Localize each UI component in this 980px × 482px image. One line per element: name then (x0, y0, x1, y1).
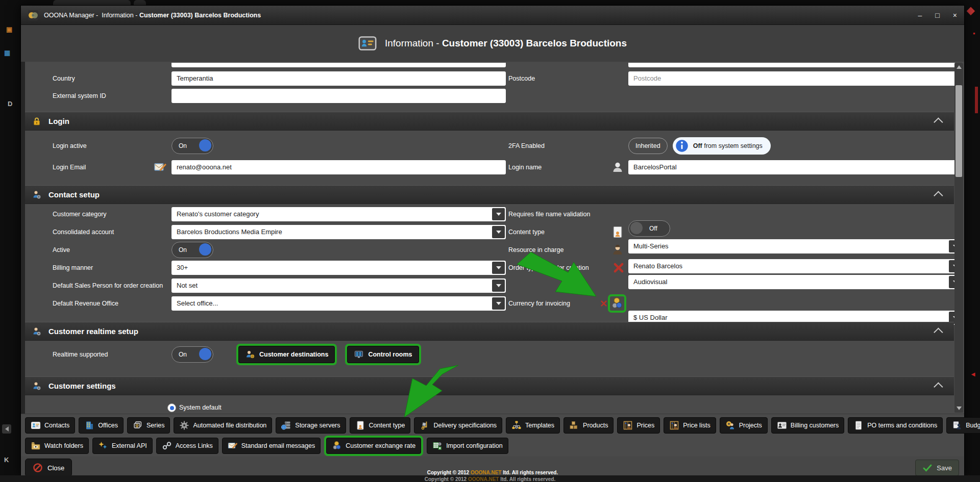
active-toggle[interactable]: On (172, 242, 213, 258)
tbtn-import-configuration[interactable]: Import configuration (427, 438, 508, 454)
highlight-box: Customer exchange rate (324, 436, 423, 456)
tbtn-projects[interactable]: Projects (720, 417, 768, 434)
tbtn-po-terms-and-conditions[interactable]: PO terms and conditions (848, 417, 943, 434)
login-active-toggle[interactable]: On (172, 138, 213, 154)
tbtn-budget[interactable]: Budget (946, 417, 980, 434)
tbtn-automated-file-distribution[interactable]: Automated file distribution (174, 417, 272, 434)
tbtn-content-type[interactable]: Content type (350, 417, 411, 434)
select-value: Select office... (177, 299, 218, 307)
form-row-active: Active On Resource in charge Renato Barc… (25, 241, 954, 259)
section-header-contact-setup[interactable]: Contact setup (25, 185, 954, 204)
email-icon (154, 161, 167, 174)
dropdown-arrow-icon[interactable] (492, 297, 505, 310)
tbtn-customer-exchange-rate[interactable]: Customer exchange rate (326, 438, 421, 454)
dropdown-arrow-icon[interactable] (492, 208, 505, 220)
customer-destinations-icon (245, 349, 255, 360)
dropdown-arrow-icon[interactable] (492, 262, 505, 274)
login-name-label: Login name (508, 164, 542, 171)
clipped-input[interactable] (172, 63, 506, 67)
section-header-realtime[interactable]: Customer realtime setup (25, 322, 954, 341)
tbtn-watch-folders[interactable]: Watch folders (25, 438, 89, 454)
tbtn-access-links[interactable]: Access Links (156, 438, 218, 454)
tbtn-templates[interactable]: Templates (506, 417, 560, 434)
button-label: Standard email messages (241, 442, 315, 449)
country-input[interactable] (172, 71, 506, 86)
minimize-button[interactable]: – (918, 12, 922, 19)
background-icon: ▪ (973, 30, 975, 37)
toggle-state-label: On (179, 246, 187, 253)
tbtn-contacts[interactable]: Contacts (25, 417, 75, 434)
inherited-pill[interactable]: Inherited (628, 138, 668, 154)
collapse-chevron-icon[interactable] (934, 382, 943, 391)
section-header-login[interactable]: Login (25, 112, 954, 131)
background-strip: Copyright © 2012 OOONA.NET ltd. All righ… (0, 475, 980, 482)
collapse-chevron-icon[interactable] (934, 191, 943, 200)
button-label: Content type (369, 422, 405, 429)
button-label: Series (146, 422, 164, 429)
realtime-buttons: Customer destinationsControl rooms (236, 344, 421, 365)
person-gear-icon (32, 190, 42, 200)
page-title: Information - Customer (33003) Barcelos … (385, 38, 627, 49)
title-bar: OOONA Manager - Information - Customer (… (21, 6, 964, 25)
login-email-input[interactable] (172, 160, 506, 174)
button-label: Storage servers (295, 422, 340, 429)
tbtn-price-lists[interactable]: Price lists (664, 417, 716, 434)
realtime-supported-label: Realtime supported (53, 351, 108, 358)
button-label: Customer exchange rate (346, 442, 415, 449)
select-value: Not set (177, 282, 198, 289)
collapse-chevron-icon[interactable] (934, 327, 943, 337)
toggle-state-label: On (179, 351, 187, 358)
tbtn-products[interactable]: Products (564, 417, 614, 434)
button-label: Contacts (44, 422, 69, 429)
tbtn-storage-servers[interactable]: Storage servers (276, 417, 346, 434)
tbtn-standard-email-messages[interactable]: Standard email messages (222, 438, 321, 454)
folder-eye-icon (31, 441, 41, 451)
vertical-scrollbar[interactable] (954, 63, 963, 413)
coins-icon (332, 441, 342, 451)
tbtn-delivery-specifications[interactable]: Delivery specifications (414, 417, 502, 434)
close-window-button[interactable]: × (953, 12, 957, 19)
rtbtn-control-rooms[interactable]: Control rooms (347, 346, 419, 363)
contact-card-icon (31, 420, 41, 430)
person-gear-icon (32, 326, 42, 337)
app-window: OOONA Manager - Information - Customer (… (20, 5, 965, 476)
background-letter-d: D (8, 100, 12, 108)
form-row-system-default: System default (25, 398, 954, 414)
login-email-label: Login Email (53, 164, 86, 171)
consolidated-account-label: Consolidated account (53, 229, 114, 236)
collapse-chevron-icon[interactable] (934, 117, 943, 126)
dropdown-arrow-icon[interactable] (492, 280, 505, 292)
button-label: Price lists (683, 422, 710, 429)
toolbar-row-1: ContactsOfficesSeriesAutomated file dist… (25, 417, 980, 434)
consolidated-account-select[interactable]: Barcelos Broductions Media Empire (172, 225, 506, 239)
abacus-person-icon (669, 420, 679, 430)
tbtn-offices[interactable]: Offices (79, 417, 124, 434)
realtime-supported-toggle[interactable]: On (172, 346, 213, 363)
system-default-radio[interactable] (167, 403, 176, 412)
user-icon (611, 161, 624, 174)
dropdown-arrow-icon[interactable] (492, 226, 505, 238)
external-system-id-input[interactable] (172, 89, 506, 103)
select-value: $ US Dollar (633, 314, 667, 321)
default-sales-person-select[interactable]: Not set (172, 278, 506, 293)
maximize-button[interactable]: □ (935, 12, 939, 19)
postcode-input[interactable] (628, 71, 963, 86)
billing-manner-select[interactable]: 30+ (172, 261, 506, 275)
button-label: Control rooms (368, 351, 412, 358)
customer-category-select[interactable]: Renato's customer category (172, 207, 506, 221)
tbtn-billing-customers[interactable]: Billing customers (771, 417, 844, 434)
content-type-icon (611, 225, 624, 239)
default-revenue-office-select[interactable]: Select office... (172, 296, 506, 311)
rtbtn-customer-destinations[interactable]: Customer destinations (238, 346, 335, 363)
scroll-down-arrow-icon[interactable] (957, 407, 962, 410)
tbtn-prices[interactable]: Prices (617, 417, 660, 434)
section-header-customer-settings[interactable]: Customer settings (25, 376, 954, 395)
scrollbar-thumb[interactable] (955, 85, 962, 177)
tbtn-external-api[interactable]: External API (92, 438, 153, 454)
form-row-login-email: Login Email Login name (25, 158, 954, 176)
tbtn-series[interactable]: Series (127, 417, 170, 434)
scroll-up-arrow-icon[interactable] (957, 65, 962, 69)
clipped-input[interactable] (628, 63, 963, 67)
login-name-input[interactable] (628, 160, 963, 174)
page-header: Information - Customer (33003) Barcelos … (21, 25, 964, 62)
